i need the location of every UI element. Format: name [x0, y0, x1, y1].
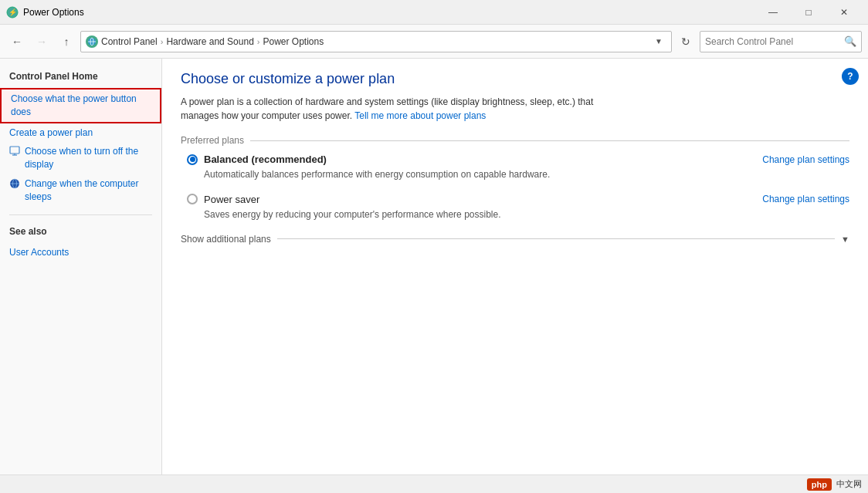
back-button[interactable]: ← — [6, 31, 28, 52]
sidebar-heading: Control Panel Home — [0, 68, 161, 88]
sidebar-item-change-sleep[interactable]: Change when the computer sleeps — [0, 174, 161, 207]
address-bar: ← → ↑ Control Panel › Hardware and Sound… — [0, 25, 868, 59]
sidebar-item-power-button-label: Choose what the power button does — [11, 93, 151, 119]
radio-balanced[interactable] — [187, 154, 198, 165]
show-additional-label: Show additional plans — [181, 234, 271, 245]
plan-item-power-saver: Power saver Change plan settings Saves e… — [181, 194, 849, 221]
sidebar-item-create-plan-label: Create a power plan — [9, 127, 93, 140]
breadcrumb-power-options[interactable]: Power Options — [263, 36, 324, 47]
additional-plans-divider — [277, 238, 835, 239]
change-plan-balanced-link[interactable]: Change plan settings — [762, 154, 849, 165]
sidebar-divider — [9, 214, 152, 215]
main-layout: Control Panel Home Choose what the power… — [0, 59, 868, 474]
svg-rect-5 — [10, 147, 19, 154]
plan-balanced-name-row: Balanced (recommended) — [187, 154, 327, 165]
search-input[interactable] — [705, 36, 844, 47]
breadcrumb-home-icon — [86, 35, 98, 48]
chevron-down-icon: ▼ — [841, 235, 849, 244]
plan-power-saver-name-row: Power saver — [187, 194, 259, 205]
radio-power-saver[interactable] — [187, 194, 198, 204]
sidebar-item-user-accounts-label: User Accounts — [9, 246, 69, 259]
more-info-link[interactable]: Tell me more about power plans — [354, 110, 486, 121]
close-button[interactable]: ✕ — [826, 0, 862, 25]
content-description: A power plan is a collection of hardware… — [181, 95, 629, 123]
breadcrumb-control-panel[interactable]: Control Panel — [101, 36, 158, 47]
maximize-button[interactable]: □ — [791, 0, 826, 25]
sidebar-item-turn-off-display-label: Choose when to turn off the display — [25, 145, 152, 171]
sleep-icon — [9, 178, 22, 191]
content-title: Choose or customize a power plan — [181, 71, 849, 87]
sidebar-item-user-accounts[interactable]: User Accounts — [0, 243, 161, 262]
php-badge: php — [807, 478, 832, 491]
window-title: Power Options — [23, 7, 755, 18]
display-icon — [9, 146, 22, 158]
breadcrumb-hardware-sound[interactable]: Hardware and Sound — [166, 36, 253, 47]
breadcrumb-dropdown-button[interactable]: ▼ — [651, 34, 666, 49]
sidebar-item-power-button[interactable]: Choose what the power button does — [0, 88, 161, 123]
svg-text:⚡: ⚡ — [8, 8, 18, 17]
sidebar-item-turn-off-display[interactable]: Choose when to turn off the display — [0, 142, 161, 174]
breadcrumb-bar: Control Panel › Hardware and Sound › Pow… — [80, 31, 672, 52]
help-button[interactable]: ? — [842, 68, 859, 85]
see-also-heading: See also — [0, 223, 161, 243]
plan-balanced-name: Balanced (recommended) — [204, 154, 327, 165]
status-bar: php 中文网 — [0, 474, 868, 493]
search-icon-button[interactable]: 🔍 — [844, 35, 856, 47]
plan-power-saver-header: Power saver Change plan settings — [187, 194, 849, 205]
plan-power-saver-name: Power saver — [204, 194, 259, 205]
preferred-plans-section: Preferred plans — [181, 135, 849, 146]
sidebar-item-create-plan[interactable]: Create a power plan — [0, 123, 161, 143]
refresh-button[interactable]: ↻ — [675, 31, 697, 52]
plan-balanced-desc: Automatically balances performance with … — [187, 168, 849, 181]
show-additional-plans[interactable]: Show additional plans ▼ — [181, 234, 849, 245]
up-button[interactable]: ↑ — [56, 31, 77, 52]
minimize-button[interactable]: — — [755, 0, 791, 25]
app-icon: ⚡ — [6, 6, 19, 19]
sidebar-item-change-sleep-label: Change when the computer sleeps — [25, 177, 152, 204]
search-box: 🔍 — [700, 31, 862, 52]
plan-power-saver-desc: Saves energy by reducing your computer's… — [187, 208, 849, 221]
sidebar: Control Panel Home Choose what the power… — [0, 59, 162, 474]
chinese-text: 中文网 — [836, 478, 862, 490]
forward-button[interactable]: → — [31, 31, 53, 52]
plan-item-balanced: Balanced (recommended) Change plan setti… — [181, 154, 849, 181]
window-controls: — □ ✕ — [755, 0, 862, 25]
title-bar: ⚡ Power Options — □ ✕ — [0, 0, 868, 25]
plan-balanced-header: Balanced (recommended) Change plan setti… — [187, 154, 849, 165]
change-plan-power-saver-link[interactable]: Change plan settings — [762, 194, 849, 204]
content-area: ? Choose or customize a power plan A pow… — [162, 59, 868, 474]
